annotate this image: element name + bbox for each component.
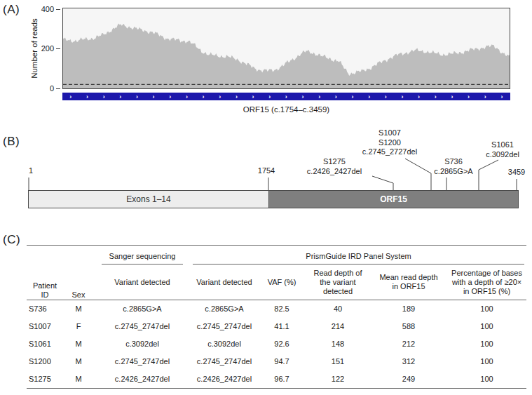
figure: (A) Number of reads 400 200 0 ››››››››››… xyxy=(0,0,532,395)
cell-sex: M xyxy=(63,370,94,389)
table-row: S736 M c.2865G>A c.2865G>A 82.5 40 189 1… xyxy=(27,300,526,319)
strand-chevron-icon: › xyxy=(435,93,437,100)
strand-chevron-icon: › xyxy=(500,93,503,100)
leader-s1061 xyxy=(479,160,498,190)
x-axis-title: ORF15 (c.1754–c.3459) xyxy=(62,105,510,114)
strand-chevron-icon: › xyxy=(86,93,88,100)
cell-patient-id: S1061 xyxy=(27,335,63,353)
cell-read-depth: 148 xyxy=(306,335,370,353)
annotation-s736: S736 c.2865G>A xyxy=(434,157,472,176)
cell-variant: c.2426_2427del xyxy=(191,370,258,389)
tick-mark xyxy=(56,48,60,49)
cell-sex: M xyxy=(63,353,94,370)
col-header-patient-id: Patient ID xyxy=(27,246,63,300)
strand-chevron-icon: › xyxy=(302,93,304,100)
table-row: S1275 M c.2426_2427del c.2426_2427del 96… xyxy=(27,370,526,389)
strand-chevron-icon: › xyxy=(451,93,453,100)
strand-chevron-icon: › xyxy=(236,93,238,100)
results-table: Patient ID Sex Sanger sequencing PrismGu… xyxy=(27,245,526,389)
leader-s1007-s1200 xyxy=(405,159,431,190)
annotation-variant: c.2865G>A xyxy=(434,167,472,177)
cell-sex: F xyxy=(63,318,94,335)
table-row: S1061 M c.3092del c.3092del 92.6 148 212… xyxy=(27,335,526,353)
annotation-s1275: S1275 c.2426_2427del xyxy=(307,157,362,176)
cell-sex: M xyxy=(63,335,94,353)
y-tick-label: 400 xyxy=(41,5,54,13)
col-header-sex: Sex xyxy=(63,246,94,300)
cell-read-depth: 122 xyxy=(306,370,370,389)
cell-mean-depth: 312 xyxy=(370,353,447,370)
coverage-plot xyxy=(62,8,510,89)
strand-chevron-icon: › xyxy=(418,93,420,100)
cell-patient-id: S1275 xyxy=(27,370,63,389)
strand-chevron-icon: › xyxy=(119,93,121,100)
cell-pct-bases: 100 xyxy=(447,335,526,353)
cell-patient-id: S736 xyxy=(27,300,63,319)
strand-chevron-icon: › xyxy=(351,93,353,100)
strand-chevron-icon: › xyxy=(186,93,188,100)
rpgr-gene-bar: Exons 1–14 ORF15 xyxy=(28,190,519,208)
annotation-patient-id: S736 xyxy=(434,157,472,167)
annotation-variant: c.3092del xyxy=(486,150,519,160)
cell-variant: c.2745_2747del xyxy=(191,318,258,335)
annotation-patient-id: S1275 xyxy=(307,157,362,167)
table-row: S1007 F c.2745_2747del c.2745_2747del 41… xyxy=(27,318,526,335)
cell-variant: c.2745_2747del xyxy=(191,353,258,370)
cell-vaf: 82.5 xyxy=(258,300,306,319)
coord-start: 1 xyxy=(29,166,33,175)
cell-variant: c.2865G>A xyxy=(191,300,258,319)
annotation-patient-id: S1200 xyxy=(362,138,417,148)
coverage-chart xyxy=(63,8,510,88)
table-row: S1200 M c.2745_2747del c.2745_2747del 94… xyxy=(27,353,526,370)
group-header-sanger: Sanger sequencing xyxy=(94,246,191,265)
y-tick-200: 200 xyxy=(34,44,60,53)
y-tick-label: 200 xyxy=(41,44,54,53)
annotation-variant: c.2426_2427del xyxy=(307,167,362,177)
table-group-header-row: Patient ID Sex Sanger sequencing PrismGu… xyxy=(27,246,526,265)
col-header-sanger-variant: Variant detected xyxy=(94,265,191,300)
col-header-pct-bases: Percentage of bases with a depth of ≥20×… xyxy=(447,265,526,300)
cell-sanger-variant: c.2745_2747del xyxy=(94,318,191,335)
cell-sanger-variant: c.2865G>A xyxy=(94,300,191,319)
strand-chevron-icon: › xyxy=(268,93,271,100)
strand-chevron-icon: › xyxy=(484,93,486,100)
segment-exons-1-14: Exons 1–14 xyxy=(29,191,269,208)
cell-sanger-variant: c.2426_2427del xyxy=(94,370,191,389)
strand-chevron-icon: › xyxy=(285,93,287,100)
cell-read-depth: 40 xyxy=(306,300,370,319)
cell-vaf: 94.7 xyxy=(258,353,306,370)
cell-patient-id: S1007 xyxy=(27,318,63,335)
panel-a-label: (A) xyxy=(3,3,20,17)
cell-vaf: 41.1 xyxy=(258,318,306,335)
strand-chevron-icon: › xyxy=(401,93,403,100)
cell-pct-bases: 100 xyxy=(447,353,526,370)
cell-vaf: 92.6 xyxy=(258,335,306,353)
table-column-header-row: Variant detected Variant detected VAF (%… xyxy=(27,265,526,300)
strand-chevron-icon: › xyxy=(219,93,221,100)
cell-read-depth: 151 xyxy=(306,353,370,370)
col-header-variant: Variant detected xyxy=(191,265,258,300)
strand-chevron-icon: › xyxy=(335,93,337,100)
annotation-patient-id: S1007 xyxy=(362,128,417,138)
strand-chevron-icon: › xyxy=(169,93,171,100)
coord-end: 3459 xyxy=(508,168,525,176)
cell-mean-depth: 189 xyxy=(370,300,447,319)
segment-orf15: ORF15 xyxy=(269,191,518,208)
cell-read-depth: 214 xyxy=(306,318,370,335)
cell-mean-depth: 249 xyxy=(370,370,447,389)
y-tick-label: 0 xyxy=(50,84,54,93)
tick-mark xyxy=(56,9,60,10)
y-tick-400: 400 xyxy=(34,5,60,13)
annotation-s1061: S1061 c.3092del xyxy=(486,140,519,159)
strand-chevron-icon: › xyxy=(385,93,387,100)
cell-sanger-variant: c.3092del xyxy=(94,335,191,353)
strand-chevron-icon: › xyxy=(368,93,370,100)
leader-s1275 xyxy=(372,176,393,190)
coverage-area xyxy=(63,23,510,88)
strand-chevron-icon: › xyxy=(136,93,138,100)
strand-chevron-icon: › xyxy=(203,93,205,100)
strand-chevron-icon: › xyxy=(252,93,254,100)
cell-variant: c.3092del xyxy=(191,335,258,353)
cell-sanger-variant: c.2745_2747del xyxy=(94,353,191,370)
y-tick-0: 0 xyxy=(34,84,60,93)
